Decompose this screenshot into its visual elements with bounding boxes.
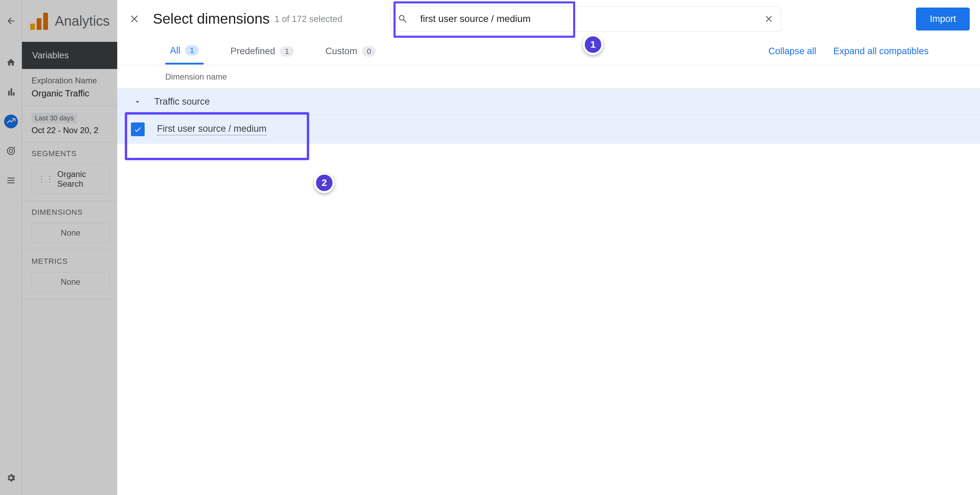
date-preset-chip: Last 30 days: [32, 113, 77, 123]
modal-tabs: All 1 Predefined 1 Custom 0 Collapse all…: [117, 38, 980, 65]
date-range-value: Oct 22 - Nov 20, 2: [32, 126, 110, 135]
collapse-all-button[interactable]: Collapse all: [765, 42, 820, 61]
metrics-dropzone[interactable]: None: [32, 272, 110, 292]
home-icon: [6, 57, 16, 67]
tab-custom-badge: 0: [362, 46, 376, 57]
nav-explore[interactable]: [4, 115, 18, 128]
dimensions-heading: DIMENSIONS: [32, 208, 110, 217]
metrics-heading: METRICS: [32, 257, 110, 266]
nav-reports[interactable]: [4, 85, 18, 99]
nav-rail: [0, 42, 22, 495]
variables-title: Variables: [22, 42, 119, 69]
search-input[interactable]: [415, 6, 757, 31]
segment-chip-label: Organic Search: [57, 169, 104, 188]
tab-predefined-label: Predefined: [230, 46, 275, 57]
back-button[interactable]: [0, 0, 22, 42]
analytics-logo-icon: [30, 12, 48, 30]
close-icon: [764, 14, 774, 24]
tab-all-badge: 1: [185, 45, 199, 56]
app-logo: Analytics: [22, 12, 118, 30]
nav-home[interactable]: [4, 56, 18, 69]
expand-all-button[interactable]: Expand all compatibles: [830, 42, 932, 61]
selection-count: 1 of 172 selected: [275, 14, 342, 24]
segment-chip[interactable]: ⋮⋮ Organic Search: [32, 164, 110, 194]
modal-title: Select dimensions: [153, 11, 270, 27]
close-modal-button[interactable]: [126, 11, 143, 27]
search-icon: [391, 14, 415, 24]
arrow-left-icon: [6, 16, 16, 26]
select-dimensions-modal: Select dimensions 1 of 172 selected Impo…: [117, 0, 980, 495]
list-icon: [6, 176, 16, 185]
nav-advertising[interactable]: [4, 144, 18, 158]
tab-predefined-badge: 1: [280, 46, 294, 57]
bar-chart-icon: [6, 87, 16, 97]
annotation-badge-1: 1: [583, 34, 603, 55]
clear-search-button[interactable]: [757, 14, 781, 24]
metrics-placeholder: None: [60, 277, 80, 287]
import-button[interactable]: Import: [916, 8, 970, 30]
nav-configure[interactable]: [4, 174, 18, 187]
segments-heading: SEGMENTS: [32, 149, 110, 158]
exploration-name-label: Exploration Name: [32, 76, 110, 85]
dimension-column-header: Dimension name: [117, 65, 980, 89]
tab-custom-label: Custom: [325, 46, 357, 57]
app-name: Analytics: [55, 13, 110, 29]
gear-icon: [6, 473, 16, 483]
check-icon: [133, 125, 142, 134]
dimensions-dropzone[interactable]: None: [32, 223, 110, 243]
dimension-group-label: Traffic source: [154, 96, 210, 107]
dimension-item-first-user-source-medium[interactable]: First user source / medium: [117, 115, 980, 144]
dimensions-placeholder: None: [60, 228, 80, 238]
search-box: [390, 6, 781, 32]
exploration-name-value: Organic Traffic: [32, 88, 110, 99]
dimension-item-label: First user source / medium: [157, 123, 267, 136]
tab-all-label: All: [170, 45, 180, 56]
chevron-down-icon: [133, 97, 142, 106]
tab-all[interactable]: All 1: [165, 38, 204, 64]
close-icon: [129, 13, 140, 25]
tab-predefined[interactable]: Predefined 1: [226, 39, 299, 64]
nav-admin[interactable]: [4, 471, 18, 485]
target-icon: [6, 146, 16, 156]
date-range-picker[interactable]: Last 30 days Oct 22 - Nov 20, 2: [22, 106, 119, 142]
svg-point-1: [9, 149, 12, 152]
drag-handle-icon: ⋮⋮: [37, 174, 54, 184]
tab-custom[interactable]: Custom 0: [320, 39, 380, 64]
dimension-checkbox[interactable]: [131, 123, 145, 136]
explore-icon: [6, 117, 16, 126]
dimension-group-traffic-source[interactable]: Traffic source: [117, 89, 980, 115]
annotation-badge-2: 2: [314, 172, 334, 193]
variables-panel: Variables Exploration Name Organic Traff…: [22, 42, 119, 299]
